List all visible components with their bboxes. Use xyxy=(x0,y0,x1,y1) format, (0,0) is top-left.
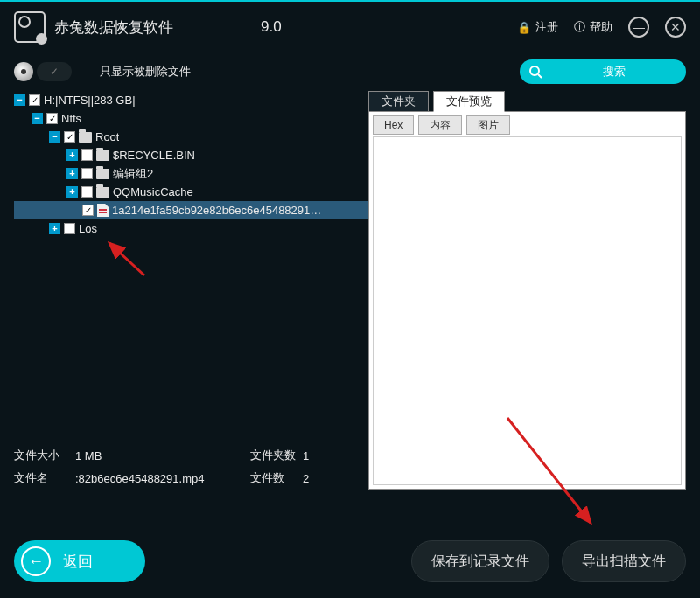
checkbox[interactable]: ✓ xyxy=(29,94,40,106)
folder-tree[interactable]: − ✓ H:|NTFS||283 GB| − ✓ Ntfs − ✓ Root +… xyxy=(14,91,368,238)
tree-row-root[interactable]: − ✓ Root xyxy=(14,128,368,146)
checkbox[interactable]: ✓ xyxy=(82,205,94,216)
tree-label: 1a214e1fa59cb92e82b6ec6e45488291.m... xyxy=(112,204,322,217)
register-label: 注册 xyxy=(536,19,558,35)
checkbox[interactable] xyxy=(81,168,93,179)
search-icon xyxy=(528,65,542,79)
search-button[interactable]: 搜索 xyxy=(520,59,686,84)
tree-label: Los xyxy=(79,222,97,235)
lock-icon: 🔒 xyxy=(517,21,531,34)
tree-label: Root xyxy=(95,130,119,143)
subtab-hex[interactable]: Hex xyxy=(373,115,414,135)
file-size-label: 文件大小 xyxy=(14,448,75,463)
register-link[interactable]: 🔒 注册 xyxy=(517,19,558,35)
help-label: 帮助 xyxy=(590,19,612,35)
subtab-image[interactable]: 图片 xyxy=(466,115,510,135)
checkbox[interactable] xyxy=(81,150,93,161)
collapse-icon[interactable]: − xyxy=(32,113,43,124)
close-button[interactable]: ✕ xyxy=(665,17,686,38)
help-icon: ⓘ xyxy=(574,19,585,35)
collapse-icon[interactable]: − xyxy=(49,131,60,143)
checkbox[interactable] xyxy=(64,223,75,234)
back-button[interactable]: ← 返回 xyxy=(14,540,145,582)
tab-preview-label: 文件预览 xyxy=(446,94,492,109)
tree-row-drive[interactable]: − ✓ H:|NTFS||283 GB| xyxy=(14,91,368,109)
minimize-button[interactable]: — xyxy=(628,17,649,38)
filter-label: 只显示被删除文件 xyxy=(100,64,191,80)
subtab-content[interactable]: 内容 xyxy=(418,115,462,135)
file-count-value: 2 xyxy=(303,472,309,485)
back-label: 返回 xyxy=(63,552,93,572)
export-label: 导出扫描文件 xyxy=(582,553,666,571)
file-size-value: 1 MB xyxy=(75,449,250,462)
tab-folder-label: 文件夹 xyxy=(382,94,416,109)
subtab-image-label: 图片 xyxy=(478,118,499,133)
file-name-value: :82b6ec6e45488291.mp4 xyxy=(75,472,250,485)
expand-icon[interactable]: + xyxy=(66,150,78,161)
expand-icon[interactable]: + xyxy=(66,186,78,198)
file-icon xyxy=(97,204,108,217)
tree-row-recycle[interactable]: + $RECYCLE.BIN xyxy=(14,146,368,164)
file-name-label: 文件名 xyxy=(14,470,75,486)
disc-toggle[interactable]: ✓ xyxy=(14,62,72,81)
search-label: 搜索 xyxy=(603,64,626,80)
tab-file-preview[interactable]: 文件预览 xyxy=(433,91,505,112)
folder-icon xyxy=(96,169,109,179)
svg-line-1 xyxy=(538,74,542,78)
folder-icon xyxy=(79,132,92,143)
disc-icon xyxy=(14,62,33,81)
checkbox[interactable]: ✓ xyxy=(64,131,75,143)
app-version: 9.0 xyxy=(261,18,282,36)
tree-row-editgroup[interactable]: + 编辑组2 xyxy=(14,164,368,183)
tree-label: QQMusicCache xyxy=(113,185,193,198)
folder-icon xyxy=(96,150,109,161)
tree-label: $RECYCLE.BIN xyxy=(113,149,195,162)
help-link[interactable]: ⓘ 帮助 xyxy=(574,19,612,35)
checkbox[interactable]: ✓ xyxy=(46,113,58,124)
tree-row-lost[interactable]: + Los xyxy=(14,219,368,238)
subtab-hex-label: Hex xyxy=(384,119,402,131)
tree-row-file-selected[interactable]: ✓ 1a214e1fa59cb92e82b6ec6e45488291.m... xyxy=(14,201,368,219)
checkbox[interactable] xyxy=(81,186,93,198)
tab-folder[interactable]: 文件夹 xyxy=(368,91,429,112)
file-count-label: 文件数 xyxy=(250,470,303,486)
preview-content xyxy=(373,136,682,485)
expand-icon[interactable]: + xyxy=(66,168,78,179)
tree-label: H:|NTFS||283 GB| xyxy=(44,94,136,107)
preview-box: Hex 内容 图片 xyxy=(368,111,686,490)
folder-count-value: 1 xyxy=(303,449,309,462)
save-log-button[interactable]: 保存到记录文件 xyxy=(411,540,550,582)
app-logo-icon xyxy=(14,11,46,43)
app-title: 赤兔数据恢复软件 xyxy=(54,17,173,38)
tree-row-ntfs[interactable]: − ✓ Ntfs xyxy=(14,109,368,128)
tree-label: 编辑组2 xyxy=(113,166,153,182)
toggle-check-icon: ✓ xyxy=(37,62,72,81)
arrow-left-icon: ← xyxy=(21,546,51,576)
save-log-label: 保存到记录文件 xyxy=(431,553,529,571)
collapse-icon[interactable]: − xyxy=(14,94,25,106)
tree-row-qqmusic[interactable]: + QQMusicCache xyxy=(14,183,368,201)
expand-icon[interactable]: + xyxy=(49,223,60,234)
export-scan-button[interactable]: 导出扫描文件 xyxy=(562,540,686,582)
svg-point-0 xyxy=(530,66,539,75)
folder-icon xyxy=(96,187,109,198)
tree-label: Ntfs xyxy=(61,112,81,125)
subtab-content-label: 内容 xyxy=(430,118,451,133)
folder-count-label: 文件夹数 xyxy=(250,448,303,463)
